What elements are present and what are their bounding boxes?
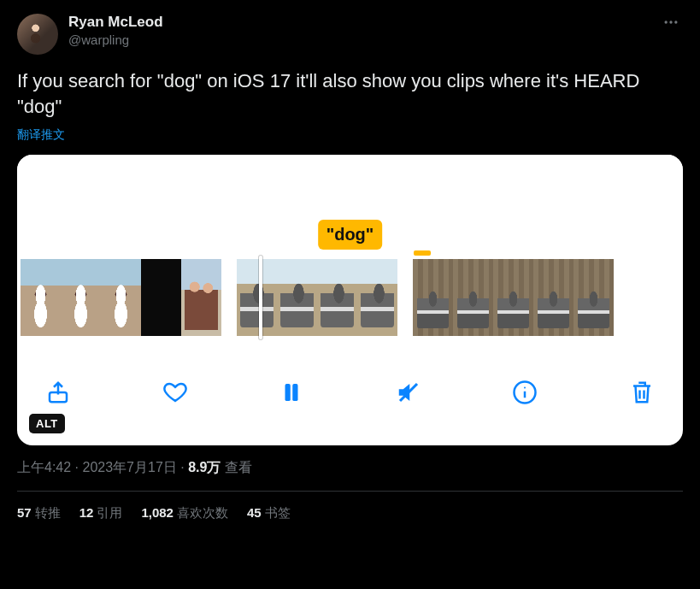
info-button[interactable] [509, 377, 540, 408]
svg-point-0 [665, 21, 668, 23]
clip-thumbnail[interactable] [101, 259, 141, 336]
clip-thumbnail[interactable] [574, 259, 614, 336]
bookmarks-count: 45 [247, 505, 262, 520]
delete-button[interactable] [626, 377, 657, 408]
mute-button[interactable] [393, 377, 424, 408]
bookmarks-label: 书签 [265, 505, 291, 520]
retweets-label: 转推 [35, 505, 61, 520]
meta-sep: · [71, 460, 82, 474]
translate-link[interactable]: 翻译推文 [17, 127, 683, 143]
meta-sep: · [177, 460, 188, 474]
share-button[interactable] [43, 377, 74, 408]
media-top: "dog" [17, 155, 683, 256]
clip-thumbnail[interactable] [357, 259, 397, 336]
views-count: 8.9万 [188, 460, 221, 474]
clip-group-2[interactable] [237, 259, 397, 336]
stat-bookmarks[interactable]: 45书签 [247, 505, 291, 521]
quotes-count: 12 [79, 505, 94, 520]
tweet-stats: 57转推 12引用 1,082喜欢次数 45书签 [17, 492, 683, 521]
clip-group-1[interactable] [21, 259, 221, 336]
clip-thumbnail[interactable] [141, 259, 181, 336]
tweet-time[interactable]: 上午4:42 [17, 460, 71, 474]
clip-group-3[interactable] [413, 259, 614, 336]
clip-thumbnail[interactable] [533, 259, 574, 336]
user-handle[interactable]: @warpling [68, 32, 649, 47]
svg-point-1 [669, 21, 672, 23]
more-button[interactable] [659, 14, 683, 31]
clip-thumbnail[interactable] [61, 259, 101, 336]
clip-thumbnail[interactable] [181, 259, 221, 336]
alt-badge[interactable]: ALT [29, 414, 65, 433]
video-filmstrip[interactable] [17, 256, 683, 339]
retweets-count: 57 [17, 505, 32, 520]
pause-button[interactable] [276, 377, 307, 408]
tweet-meta: 上午4:42 · 2023年7月17日 · 8.9万 查看 [17, 459, 683, 477]
avatar[interactable] [17, 14, 58, 55]
like-button[interactable] [160, 377, 191, 408]
playhead[interactable] [259, 256, 262, 339]
likes-count: 1,082 [141, 505, 174, 520]
clip-thumbnail[interactable] [317, 259, 357, 336]
tweet-container: Ryan McLeod @warpling If you search for … [0, 0, 700, 521]
media-toolbar [17, 339, 683, 445]
svg-rect-4 [285, 384, 291, 401]
tweet-text: If you search for "dog" on iOS 17 it'll … [17, 68, 683, 119]
likes-label: 喜欢次数 [177, 505, 228, 520]
tweet-date[interactable]: 2023年7月17日 [82, 460, 176, 474]
tweet-header: Ryan McLeod @warpling [17, 14, 683, 55]
clip-thumbnail[interactable] [277, 259, 317, 336]
views-label: 查看 [225, 460, 252, 474]
media-card: "dog" [17, 155, 683, 445]
stat-quotes[interactable]: 12引用 [79, 505, 123, 521]
display-name[interactable]: Ryan McLeod [68, 14, 649, 31]
quotes-label: 引用 [97, 505, 122, 520]
clip-thumbnail[interactable] [237, 259, 277, 336]
svg-point-9 [524, 387, 526, 389]
timeline-marker [414, 250, 431, 256]
clip-thumbnail[interactable] [453, 259, 493, 336]
svg-rect-5 [292, 384, 297, 401]
clip-thumbnail[interactable] [21, 259, 61, 336]
svg-point-2 [674, 21, 677, 23]
clip-thumbnail[interactable] [413, 259, 453, 336]
stat-retweets[interactable]: 57转推 [17, 505, 61, 521]
user-names: Ryan McLeod @warpling [68, 14, 649, 47]
stat-likes[interactable]: 1,082喜欢次数 [141, 505, 228, 521]
clip-thumbnail[interactable] [493, 259, 533, 336]
search-match-label: "dog" [318, 220, 383, 250]
